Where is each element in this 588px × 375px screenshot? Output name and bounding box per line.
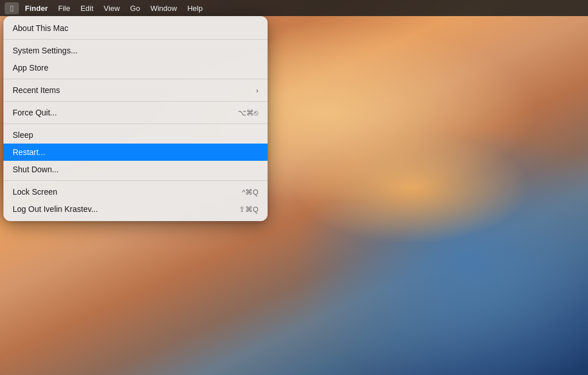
menu-item-restart-label: Restart...: [13, 148, 45, 157]
menu-item-app-store[interactable]: App Store: [3, 59, 268, 76]
menu-item-app-store-label: App Store: [13, 63, 48, 72]
menubar-help[interactable]: Help: [183, 3, 207, 14]
menubar-go[interactable]: Go: [126, 3, 145, 14]
menu-item-restart[interactable]: Restart...: [3, 144, 268, 161]
menu-item-lock-screen[interactable]: Lock Screen ^⌘Q: [3, 183, 268, 200]
menu-item-force-quit-label: Force Quit...: [13, 108, 57, 117]
menu-item-about[interactable]: About This Mac: [3, 20, 268, 37]
menu-item-sleep-label: Sleep: [13, 130, 33, 140]
menu-item-recent-items-label: Recent Items: [13, 86, 60, 95]
menubar-edit[interactable]: Edit: [76, 3, 98, 14]
menubar-finder[interactable]: Finder: [20, 3, 52, 14]
lock-screen-shortcut: ^⌘Q: [242, 188, 258, 196]
force-quit-shortcut: ⌥⌘⎋: [238, 109, 258, 117]
apple-dropdown-menu: About This Mac System Settings... App St…: [3, 16, 268, 221]
menu-item-system-settings[interactable]: System Settings...: [3, 42, 268, 59]
divider-3: [3, 101, 268, 102]
menu-item-shut-down[interactable]: Shut Down...: [3, 161, 268, 178]
divider-4: [3, 123, 268, 124]
menu-item-sleep[interactable]: Sleep: [3, 126, 268, 144]
menu-item-system-settings-label: System Settings...: [13, 46, 78, 55]
menu-item-recent-items[interactable]: Recent Items ›: [3, 82, 268, 99]
menubar-view[interactable]: View: [99, 3, 125, 14]
divider-5: [3, 180, 268, 181]
divider-1: [3, 39, 268, 40]
menu-item-shut-down-label: Shut Down...: [13, 165, 59, 174]
menu-item-log-out[interactable]: Log Out Ivelin Krastev... ⇧⌘Q: [3, 200, 268, 218]
menu-item-lock-screen-label: Lock Screen: [13, 187, 57, 196]
menu-item-about-label: About This Mac: [13, 24, 68, 33]
apple-menu-trigger[interactable]: : [5, 2, 19, 14]
menu-item-log-out-label: Log Out Ivelin Krastev...: [13, 204, 98, 214]
menubar-window[interactable]: Window: [146, 3, 181, 14]
menubar-file[interactable]: File: [53, 3, 75, 14]
menu-item-force-quit[interactable]: Force Quit... ⌥⌘⎋: [3, 104, 268, 121]
divider-2: [3, 79, 268, 79]
recent-items-chevron-icon: ›: [256, 86, 258, 95]
menubar:  Finder File Edit View Go Window Help: [0, 0, 588, 16]
log-out-shortcut: ⇧⌘Q: [239, 205, 258, 214]
